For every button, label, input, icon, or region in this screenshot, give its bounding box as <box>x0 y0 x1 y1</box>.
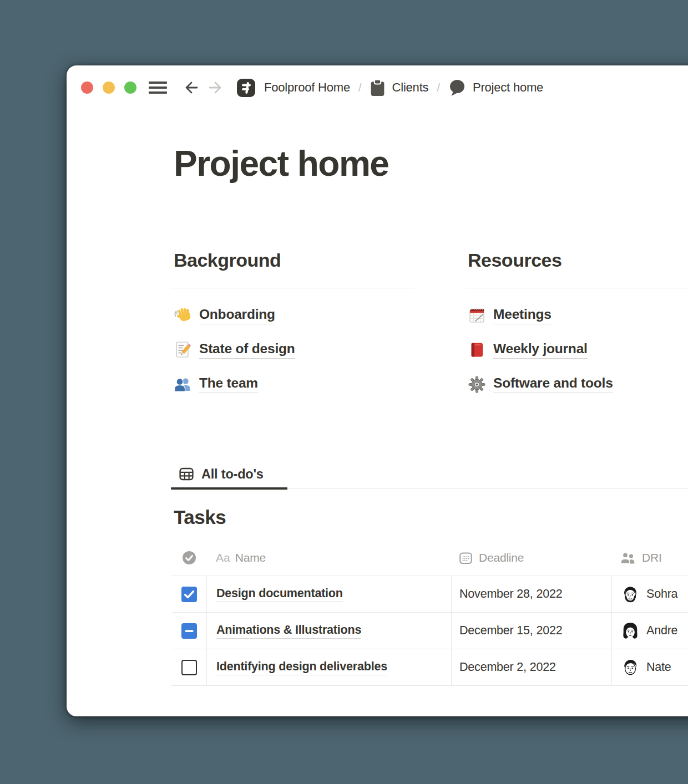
view-tabbar: All to-do's <box>171 460 688 488</box>
text-type-icon: Aa <box>216 551 230 564</box>
table-row: Animations & Illustrations December 15, … <box>171 613 688 649</box>
memo-icon <box>174 341 191 359</box>
section-background: Background <box>171 248 415 401</box>
spiral-calendar-icon <box>468 307 485 324</box>
close-window-button[interactable] <box>81 82 93 94</box>
deadline-cell[interactable]: December 15, 2022 <box>451 613 611 649</box>
app-window: Foolproof Home / Clients / Project home … <box>67 65 688 716</box>
minimize-window-button[interactable] <box>103 82 115 94</box>
checkbox-indeterminate[interactable] <box>181 623 197 639</box>
page-title: Project home <box>174 143 388 184</box>
task-link[interactable]: Animations & Illustrations <box>216 623 361 639</box>
task-link[interactable]: Design documentation <box>216 587 343 602</box>
busts-icon <box>174 375 191 393</box>
page-link-label: Meetings <box>493 307 552 324</box>
column-header-deadline[interactable]: Deadline <box>451 551 611 565</box>
deadline-cell[interactable]: November 28, 2022 <box>451 576 611 612</box>
clipboard-icon <box>370 79 385 96</box>
tasks-table: Aa Name Deadline <box>171 540 688 686</box>
checkbox-checked[interactable] <box>181 587 197 602</box>
breadcrumb-project-home[interactable]: Project home <box>473 80 543 95</box>
tab-all-todos[interactable]: All to-do's <box>171 460 264 488</box>
section-heading: Background <box>174 248 415 272</box>
dri-cell[interactable]: Andre <box>611 613 688 649</box>
titlebar: Foolproof Home / Clients / Project home <box>67 65 688 110</box>
active-tab-indicator <box>171 487 287 490</box>
page-link-state-of-design[interactable]: State of design <box>171 333 415 367</box>
table-header-row: Aa Name Deadline <box>171 540 688 576</box>
back-arrow-icon[interactable] <box>182 79 199 96</box>
task-link[interactable]: Identifying design deliverables <box>216 660 387 675</box>
speech-bubble-icon <box>448 79 466 96</box>
checkbox-unchecked[interactable] <box>181 660 197 675</box>
page-link-the-team[interactable]: The team <box>171 367 415 401</box>
page-link-label: Weekly journal <box>493 341 588 359</box>
deadline-cell[interactable]: December 2, 2022 <box>451 649 611 685</box>
page-link-label: Onboarding <box>199 307 275 324</box>
gear-icon <box>468 375 485 393</box>
forward-arrow-icon[interactable] <box>208 79 225 96</box>
red-book-icon <box>468 341 485 359</box>
breadcrumb-clients[interactable]: Clients <box>392 80 429 95</box>
divider <box>465 288 688 288</box>
check-circle-icon <box>182 551 196 565</box>
people-icon <box>620 552 636 564</box>
dri-cell[interactable]: Nate <box>611 649 688 685</box>
column-header-name[interactable]: Aa Name <box>206 551 451 564</box>
table-row: Identifying design deliverables December… <box>171 649 688 686</box>
page-link-label: Software and tools <box>493 375 613 393</box>
page-link-onboarding[interactable]: Onboarding <box>171 298 415 333</box>
divider <box>171 288 415 288</box>
section-heading: Resources <box>468 248 688 272</box>
foolproof-logo[interactable] <box>237 79 255 97</box>
menu-icon[interactable] <box>149 82 167 94</box>
breadcrumb-separator: / <box>437 82 440 94</box>
waving-hand-icon <box>174 307 191 324</box>
calendar-grid-icon <box>459 551 473 565</box>
column-header-dri[interactable]: DRI <box>611 551 688 564</box>
breadcrumb-foolproof-home[interactable]: Foolproof Home <box>264 80 350 95</box>
page-link-label: State of design <box>199 341 295 359</box>
section-resources: Resources Meetings <box>465 248 688 401</box>
table-row: Design documentation November 28, 2022 S… <box>171 576 688 613</box>
dri-cell[interactable]: Sohra <box>611 576 688 612</box>
tasks-heading: Tasks <box>174 506 226 528</box>
page-link-label: The team <box>199 375 258 393</box>
tab-label: All to-do's <box>201 467 264 482</box>
table-icon <box>179 466 194 482</box>
avatar-nate <box>621 658 640 677</box>
breadcrumb-separator: / <box>358 82 362 94</box>
page-link-weekly-journal[interactable]: Weekly journal <box>465 333 688 367</box>
avatar-andre <box>621 622 640 640</box>
column-header-checkbox[interactable] <box>171 551 206 565</box>
zoom-window-button[interactable] <box>124 82 136 94</box>
page-link-software-and-tools[interactable]: Software and tools <box>465 367 688 401</box>
avatar-sohra <box>621 585 640 604</box>
page-link-meetings[interactable]: Meetings <box>465 298 688 333</box>
